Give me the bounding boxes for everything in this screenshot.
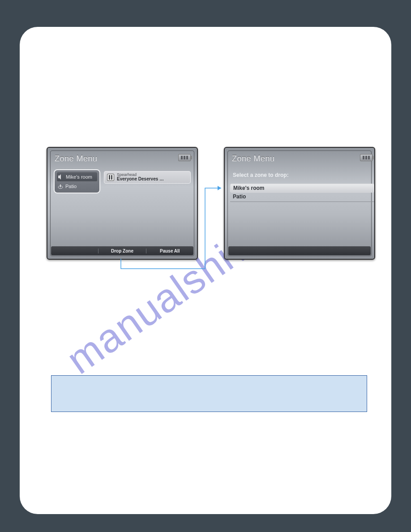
svg-marker-3 <box>218 186 221 190</box>
drop-zone-item-mikes-room[interactable]: Mike's room <box>230 184 374 193</box>
drop-zone-prompt: Select a zone to drop: <box>233 172 289 178</box>
device-zone-menu: Zone Menu Mike's room Patio <box>47 147 198 260</box>
battery-icon <box>360 154 372 161</box>
zone-group-box[interactable]: Mike's room Patio <box>54 169 100 193</box>
pause-icon <box>107 174 114 181</box>
softkey-drop-zone[interactable]: Drop Zone <box>98 249 146 253</box>
manual-page: manualshive.com Zone Menu Mike's room <box>20 27 391 514</box>
battery-icon <box>178 154 191 161</box>
device-frame <box>227 150 372 256</box>
speaker-icon <box>57 184 64 189</box>
now-playing-tile[interactable]: Spearhead Everyone Deserves … <box>104 171 191 184</box>
svg-rect-2 <box>60 184 61 187</box>
note-callout <box>51 375 367 412</box>
zone-row-mikes-room[interactable]: Mike's room <box>56 172 98 182</box>
drop-zone-list: Mike's room Patio <box>230 184 374 202</box>
softkey-pause-all[interactable]: Pause All <box>146 249 193 253</box>
list-divider <box>230 202 374 202</box>
svg-marker-0 <box>58 174 61 180</box>
zone-row-label: Patio <box>65 184 77 189</box>
screen-title: Zone Menu <box>55 154 98 163</box>
softkey-bar <box>228 246 371 255</box>
speaker-icon <box>58 174 64 180</box>
track-title: Everyone Deserves … <box>117 177 164 182</box>
softkey-bar: Drop Zone Pause All <box>51 246 193 255</box>
device-frame <box>50 150 194 256</box>
drop-zone-item-patio[interactable]: Patio <box>230 193 374 201</box>
device-drop-zone-select: Zone Menu Select a zone to drop: Mike's … <box>224 147 375 260</box>
zone-row-patio[interactable]: Patio <box>56 182 98 191</box>
zone-row-label: Mike's room <box>66 174 92 180</box>
screen-title: Zone Menu <box>232 154 275 163</box>
